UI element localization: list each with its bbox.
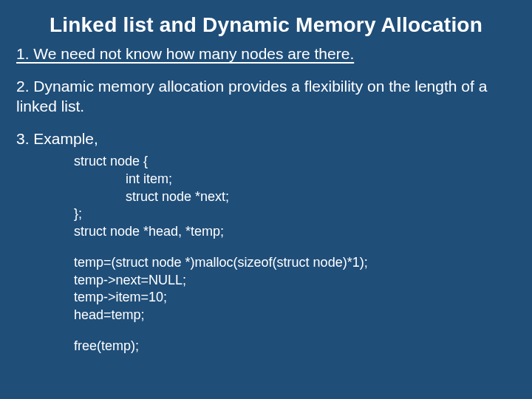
code-group-malloc: temp=(struct node *)malloc(sizeof(struct… — [74, 254, 516, 324]
code-line: int item; — [74, 171, 516, 188]
slide-title: Linked list and Dynamic Memory Allocatio… — [16, 13, 516, 37]
code-line: temp->next=NULL; — [74, 272, 516, 290]
code-line: struct node *next; — [74, 188, 516, 206]
code-block: struct node { int item; struct node *nex… — [74, 153, 516, 355]
bullet-point-2: 2. Dynamic memory allocation provides a … — [16, 77, 516, 116]
code-line: head=temp; — [74, 307, 516, 324]
bullet-point-3: 3. Example, — [16, 129, 516, 149]
code-line: temp->item=10; — [74, 289, 516, 307]
code-group-free: free(temp); — [74, 338, 516, 355]
code-line: struct node *head, *temp; — [74, 223, 516, 241]
code-line: free(temp); — [74, 338, 516, 355]
code-group-struct: struct node { int item; struct node *nex… — [74, 153, 516, 241]
code-line: }; — [74, 205, 516, 223]
bullet-point-1: 1. We need not know how many nodes are t… — [16, 44, 516, 64]
code-line: temp=(struct node *)malloc(sizeof(struct… — [74, 254, 516, 272]
code-line: struct node { — [74, 153, 516, 171]
slide: Linked list and Dynamic Memory Allocatio… — [0, 0, 532, 399]
